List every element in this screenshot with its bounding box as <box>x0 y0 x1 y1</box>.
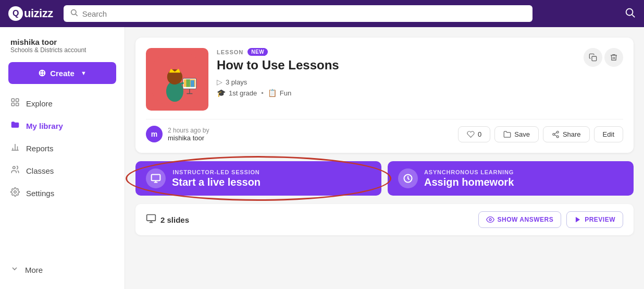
svg-rect-6 <box>11 103 14 106</box>
chart-icon <box>10 142 20 154</box>
sidebar-item-more[interactable]: More <box>0 259 125 281</box>
logo-text: uizizz <box>24 7 53 20</box>
like-button[interactable]: 0 <box>458 126 490 142</box>
svg-line-29 <box>554 135 556 136</box>
delete-button[interactable] <box>604 48 623 67</box>
svg-point-12 <box>13 166 16 169</box>
lesson-meta: ▷ 3 plays 🎓 1st grade • 📋 Fun <box>217 78 575 97</box>
svg-rect-21 <box>191 80 194 87</box>
avatar: m <box>146 126 163 142</box>
sidebar-item-explore[interactable]: Explore <box>0 92 125 115</box>
show-answers-label: SHOW ANSWERS <box>498 216 554 223</box>
live-main-label: Start a live lesson <box>172 176 261 188</box>
svg-rect-7 <box>16 103 19 106</box>
create-button[interactable]: ⊕ Create ▼ <box>8 62 116 84</box>
gear-icon <box>10 187 20 199</box>
slides-right: SHOW ANSWERS PREVIEW <box>478 211 623 228</box>
author-text-block: 2 hours ago by mishika toor <box>168 127 209 142</box>
sidebar-item-my-library[interactable]: My library <box>0 115 125 137</box>
sidebar-item-reports[interactable]: Reports <box>0 137 125 160</box>
share-label: Share <box>563 130 581 138</box>
search-bar[interactable] <box>64 5 532 22</box>
svg-point-2 <box>626 8 633 15</box>
sidebar-item-label: My library <box>26 122 63 130</box>
dot-separator: • <box>261 89 264 97</box>
start-live-lesson-button[interactable]: INSTRUCTOR-LED SESSION Start a live less… <box>135 161 381 196</box>
svg-line-3 <box>632 15 635 17</box>
save-button[interactable]: Save <box>494 126 539 142</box>
card-actions <box>584 48 623 67</box>
play-icon: ▷ <box>217 78 222 86</box>
search-input[interactable] <box>82 9 526 18</box>
svg-point-26 <box>556 131 559 133</box>
save-label: Save <box>514 130 530 138</box>
svg-rect-31 <box>152 175 160 181</box>
live-sub-label: INSTRUCTOR-LED SESSION <box>172 169 261 175</box>
grid-icon <box>10 98 20 110</box>
sidebar-item-classes[interactable]: Classes <box>0 160 125 182</box>
grade-text: 1st grade <box>229 89 257 97</box>
slides-row: 2 slides SHOW ANSWERS PREVIEW <box>135 204 634 235</box>
preview-label: PREVIEW <box>585 216 615 223</box>
chevron-down-icon <box>10 264 19 275</box>
svg-point-0 <box>71 10 76 15</box>
edit-button[interactable]: Edit <box>594 126 623 142</box>
logo: Q uizizz <box>8 6 53 21</box>
card-bottom: m 2 hours ago by mishika toor 0 <box>146 119 623 142</box>
hw-btn-text: ASYNCHRONOUS LEARNING Assign homework <box>424 169 514 188</box>
author-name: mishika toor <box>168 134 209 142</box>
grade-row: 🎓 1st grade • 📋 Fun <box>217 89 575 97</box>
assign-homework-button[interactable]: ASYNCHRONOUS LEARNING Assign homework <box>388 161 634 196</box>
author-time: 2 hours ago by <box>168 127 209 134</box>
duplicate-button[interactable] <box>584 48 602 67</box>
svg-line-1 <box>76 14 78 16</box>
sidebar-item-label: Reports <box>26 144 54 153</box>
header-right-icon <box>616 7 636 21</box>
user-info: mishika toor Schools & Districts account <box>0 35 125 62</box>
svg-rect-4 <box>11 99 14 101</box>
main-layout: mishika toor Schools & Districts account… <box>0 27 644 289</box>
card-top: LESSON NEW How to Use Lessons ▷ 3 plays … <box>146 48 623 111</box>
sidebar: mishika toor Schools & Districts account… <box>0 27 125 289</box>
show-answers-button[interactable]: SHOW ANSWERS <box>478 211 562 228</box>
svg-rect-25 <box>592 56 597 61</box>
category-icon: 📋 <box>268 89 277 97</box>
sidebar-item-settings[interactable]: Settings <box>0 182 125 204</box>
svg-point-16 <box>167 69 182 85</box>
lesson-label: LESSON <box>217 49 243 55</box>
hw-sub-label: ASYNCHRONOUS LEARNING <box>424 169 514 175</box>
clock-icon <box>398 168 418 188</box>
lesson-badge-row: LESSON NEW <box>217 48 575 56</box>
svg-marker-35 <box>576 217 580 223</box>
plays-count: 3 plays <box>226 78 247 86</box>
category-text: Fun <box>280 89 291 97</box>
lesson-info: LESSON NEW How to Use Lessons ▷ 3 plays … <box>217 48 575 97</box>
new-badge: NEW <box>247 48 268 56</box>
folder-icon <box>10 120 20 132</box>
svg-point-34 <box>489 219 491 221</box>
author-info: m 2 hours ago by mishika toor <box>146 126 209 142</box>
dropdown-arrow-icon: ▼ <box>81 70 86 76</box>
app-header: Q uizizz <box>0 0 644 27</box>
card-btn-group: 0 Save Share <box>458 126 623 142</box>
svg-rect-20 <box>186 79 190 87</box>
edit-label: Edit <box>603 130 614 138</box>
live-icon <box>146 168 166 188</box>
svg-rect-5 <box>16 99 19 101</box>
more-label: More <box>25 266 43 274</box>
live-btn-inner: INSTRUCTOR-LED SESSION Start a live less… <box>146 168 261 188</box>
people-icon <box>10 165 20 177</box>
lesson-title: How to Use Lessons <box>217 58 575 73</box>
logo-q: Q <box>8 6 23 21</box>
preview-button[interactable]: PREVIEW <box>566 211 623 228</box>
svg-rect-33 <box>147 214 156 221</box>
svg-point-13 <box>14 191 17 194</box>
share-button[interactable]: Share <box>543 126 590 142</box>
create-label: Create <box>50 69 75 78</box>
grade-icon: 🎓 <box>217 89 226 97</box>
plus-icon: ⊕ <box>38 67 46 79</box>
live-btn-text: INSTRUCTOR-LED SESSION Start a live less… <box>172 169 261 188</box>
svg-point-27 <box>553 133 555 135</box>
action-buttons-row: INSTRUCTOR-LED SESSION Start a live less… <box>135 161 634 196</box>
lesson-card: LESSON NEW How to Use Lessons ▷ 3 plays … <box>135 38 634 153</box>
